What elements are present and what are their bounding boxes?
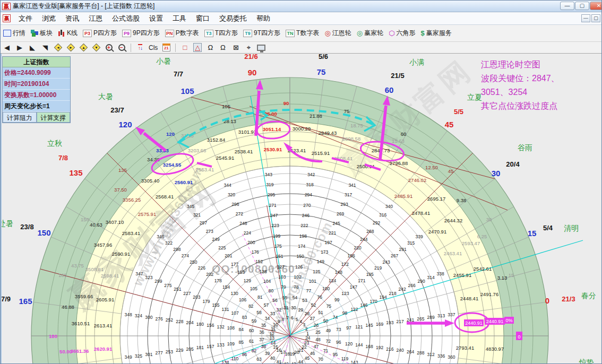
draw-tool-rect-tool[interactable]: □ (180, 43, 189, 52)
svg-text:336: 336 (437, 353, 445, 359)
svg-text:83: 83 (242, 315, 247, 320)
svg-text:2613.41: 2613.41 (94, 323, 112, 328)
draw-tool-fit[interactable]: ⊠ (231, 43, 240, 52)
draw-tool-zoom-in[interactable]: + (105, 43, 113, 52)
svg-text:199: 199 (273, 233, 280, 239)
draw-tool-rotate-ccw[interactable]: Ω (206, 43, 214, 52)
svg-text:223: 223 (272, 223, 279, 228)
toolbar-button-sectors[interactable]: 板块 (31, 29, 53, 38)
svg-text:244: 244 (360, 237, 367, 242)
svg-text:243: 243 (383, 259, 390, 265)
svg-text:30: 30 (486, 216, 492, 222)
svg-text:221: 221 (329, 230, 336, 236)
svg-text:202: 202 (206, 272, 213, 277)
toolbar-button-9t-square[interactable]: T99T四方形 (243, 29, 280, 38)
svg-text:312: 312 (427, 352, 435, 357)
draw-tool-zoom-out[interactable]: − (117, 43, 126, 52)
svg-text:惊蛰: 惊蛰 (579, 358, 594, 364)
svg-text:127: 127 (277, 264, 285, 270)
svg-text:125: 125 (313, 269, 320, 274)
toolbar-button-p-table[interactable]: PNP数字表 (165, 29, 199, 38)
draw-tool-sort[interactable]: ↑↓ (136, 43, 144, 52)
svg-text:322: 322 (165, 240, 173, 246)
svg-text:323: 323 (145, 275, 152, 280)
svg-text:小满: 小满 (409, 58, 424, 66)
menu-item-文件[interactable]: 文件 (14, 13, 37, 24)
toolbar-button-winner-service[interactable]: $赢家服务 (420, 29, 451, 38)
svg-text:347: 347 (135, 271, 143, 276)
svg-text:70: 70 (318, 357, 323, 362)
svg-text:200: 200 (247, 240, 255, 245)
menu-item-公式选股[interactable]: 公式选股 (107, 13, 144, 24)
svg-text:9.38: 9.38 (457, 197, 467, 203)
winner-service-icon: $ (420, 30, 424, 37)
draw-tool-step-down[interactable]: ◥ (41, 43, 49, 52)
toolbar-button-t-table[interactable]: TNT数字表 (286, 29, 319, 38)
svg-text:120: 120 (118, 120, 132, 129)
toolbar-button-quotes[interactable]: 行情 (3, 29, 25, 38)
svg-text:315: 315 (407, 240, 415, 246)
menu-item-窗口[interactable]: 窗口 (191, 13, 214, 24)
svg-text:126: 126 (295, 264, 303, 270)
draw-tool-move-down[interactable]: ▼ (92, 43, 100, 52)
svg-text:339: 339 (415, 234, 423, 239)
svg-text:145: 145 (366, 323, 373, 328)
draw-tool-cls[interactable]: Cls (149, 43, 158, 52)
draw-tool-step-up[interactable]: ◣ (28, 43, 37, 52)
close-button[interactable]: ✕ (590, 2, 602, 10)
draw-tool-move-left[interactable]: ◄ (54, 43, 62, 52)
toolbar-button-hexagon[interactable]: ⬡六角形 (389, 29, 415, 38)
mdi-button-0[interactable]: — (581, 14, 590, 22)
draw-tool-center-tool[interactable]: ⌖ (244, 43, 253, 52)
index-info-panel: 上证指数 价格=2440.9099时间=20190104变换系数=1.00000… (2, 56, 71, 123)
toolbar-button-9p-square[interactable]: P99P四方形 (122, 29, 160, 38)
svg-text:61: 61 (249, 339, 254, 344)
svg-text:80: 80 (269, 288, 274, 293)
svg-text:341: 341 (348, 183, 356, 188)
svg-text:49: 49 (326, 328, 331, 333)
menu-item-设置[interactable]: 设置 (144, 13, 168, 24)
panel-row-2: 变换系数=1.00000 (3, 90, 70, 101)
svg-text:197: 197 (325, 240, 332, 245)
gann-wheel-chart-area[interactable]: 赢家财富网赢家财富网www.yingjia360.comwww.yingjia3… (1, 54, 602, 364)
maximize-button[interactable]: ▢ (575, 2, 589, 10)
draw-tool-rotate-cw[interactable]: Ω (219, 43, 227, 52)
toolbar-button-kline[interactable]: K线 (58, 29, 78, 38)
draw-tool-move-right[interactable]: ► (66, 43, 75, 52)
toolbar-button-p-square[interactable]: P3P四方形 (83, 29, 117, 38)
svg-text:95: 95 (333, 352, 338, 357)
menu-item-交易委托[interactable]: 交易委托 (214, 13, 252, 24)
svg-text:2605.91: 2605.91 (96, 297, 114, 302)
draw-tool-page-right[interactable]: ▶ (15, 43, 24, 52)
svg-text:149: 149 (317, 259, 324, 264)
svg-text:152: 152 (255, 259, 263, 264)
toolbar-button-gann-wheel[interactable]: ◎江恩轮 (324, 29, 351, 38)
menu-item-帮助[interactable]: 帮助 (252, 13, 275, 24)
svg-text:247: 247 (270, 213, 278, 218)
calc-resistance-button[interactable]: 计算阻力 (3, 112, 37, 123)
menu-item-资讯[interactable]: 资讯 (61, 13, 84, 24)
window-title: 赢家江恩专业版[赢家服务平台] - [上证指数 江恩轮] (13, 2, 154, 11)
menu-item-浏览[interactable]: 浏览 (37, 13, 61, 24)
svg-text:229: 229 (176, 348, 183, 353)
draw-tool-move-up[interactable]: ▲ (79, 43, 88, 52)
minimize-button[interactable]: — (560, 2, 574, 10)
draw-tool-page-left[interactable]: ◀ (3, 43, 11, 52)
svg-text:72: 72 (326, 339, 331, 344)
svg-text:348: 348 (125, 312, 132, 317)
toolbar-button-t-square[interactable]: T3T四方形 (204, 29, 238, 38)
draw-tool-calendar[interactable]: 21 (162, 43, 170, 52)
menu-item-工具[interactable]: 工具 (168, 13, 191, 24)
svg-text:45: 45 (445, 120, 454, 129)
draw-tool-triangle-tool[interactable]: △ (193, 43, 202, 52)
calc-support-button[interactable]: 计算支撑 (37, 112, 71, 123)
menu-item-江恩[interactable]: 江恩 (84, 13, 107, 24)
svg-text:107: 107 (231, 310, 238, 316)
draw-tool-screen[interactable] (257, 43, 265, 52)
svg-text:78: 78 (294, 284, 299, 290)
svg-text:3152.84: 3152.84 (207, 137, 225, 143)
t-table-icon: TN (286, 30, 295, 37)
toolbar-button-winner-wheel[interactable]: ◎赢家轮 (357, 29, 383, 38)
mdi-button-1[interactable]: ▢ (591, 14, 600, 22)
svg-text:345: 345 (187, 204, 194, 209)
